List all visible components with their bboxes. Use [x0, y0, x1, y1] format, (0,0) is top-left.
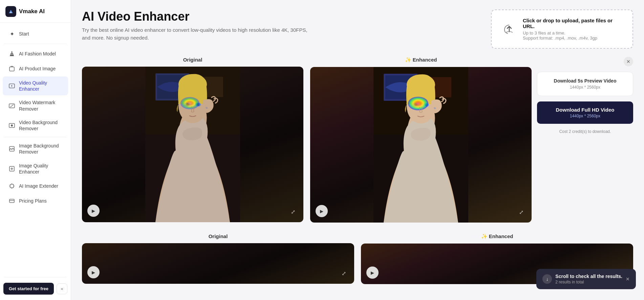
upload-zone[interactable]: Click or drop to upload, paste files or … [491, 9, 633, 49]
pricing-plans-label: Pricing Plans [19, 198, 47, 204]
scroll-toast: ↓ Scroll to check all the results. 2 res… [536, 269, 636, 289]
svg-point-17 [178, 74, 207, 94]
logo-text: Vmake AI [19, 8, 45, 15]
enhanced-video-bg [310, 67, 532, 223]
original-video-column-2: Original ▶ ⤢ [82, 233, 354, 284]
upload-format-text: Support format: .mp4, .mov, .m4v, 3gp [523, 36, 623, 41]
original-label: Original [82, 57, 303, 63]
logo-icon [5, 6, 16, 17]
sidebar-item-ai-image-extender[interactable]: AI Image Extender [3, 179, 68, 193]
play-button-3[interactable]: ▶ [366, 267, 379, 279]
svg-point-34 [408, 97, 428, 110]
download-full-dim: 1440px * 2560px [542, 114, 628, 118]
ai-image-extender-icon [8, 182, 16, 190]
download-preview-dim: 1440px * 2560px [543, 85, 627, 90]
main-content: AI Video Enhancer Try the best online AI… [71, 0, 644, 300]
toast-main-text: Scroll to check all the results. [555, 274, 622, 279]
svg-rect-0 [9, 67, 14, 71]
svg-rect-9 [9, 199, 14, 203]
sidebar-item-image-quality-enhancer[interactable]: Image Quality Enhancer [3, 159, 68, 178]
video-watermark-remover-icon [8, 102, 16, 110]
enhanced-play-button[interactable]: ▶ [316, 205, 328, 217]
sidebar-divider-1 [4, 44, 67, 44]
download-full-title: Download Full HD Video [542, 107, 628, 113]
pricing-plans-icon [8, 197, 16, 205]
toast-close-button[interactable]: ✕ [626, 276, 630, 282]
upload-sub-text: Up to 3 files at a time. [523, 30, 623, 36]
fashion-model-label: AI Fashion Model [19, 51, 56, 57]
upload-icon [501, 21, 517, 37]
enhanced-fullscreen-button[interactable]: ⤢ [516, 207, 526, 217]
fullscreen-button-2[interactable]: ⤢ [339, 268, 349, 278]
enhanced-person-svg [373, 67, 468, 223]
cost-text: Cost 2 credit(s) to download. [537, 129, 633, 134]
original-video-frame-2: ▶ ⤢ [82, 243, 354, 284]
get-started-button[interactable]: Get started for free [3, 283, 54, 295]
download-preview-title: Download 5s Preview Video [543, 78, 627, 84]
sidebar-collapse-button[interactable]: « [57, 283, 67, 294]
right-panel: ✕ Download 5s Preview Video 1440px * 256… [532, 57, 633, 223]
sidebar-item-product-image[interactable]: AI Product Image [3, 62, 68, 76]
close-button[interactable]: ✕ [624, 57, 633, 66]
page-subtitle: Try the best online AI video enhancer to… [82, 26, 312, 42]
upload-main-text: Click or drop to upload, paste files or … [523, 18, 623, 29]
video-quality-enhancer-label: Video Quality Enhancer [19, 80, 63, 92]
svg-line-3 [10, 105, 14, 107]
original-video-frame: ▶ ⤢ [82, 67, 303, 222]
sidebar-cta-row: Get started for free « [0, 279, 71, 296]
enhanced-label: ✨ Enhanced [310, 57, 532, 63]
original-video-column: Original [82, 57, 303, 223]
original-video-bg [82, 67, 303, 222]
sidebar-item-video-watermark-remover[interactable]: Video Watermark Remover [3, 96, 68, 115]
download-full-button[interactable]: Download Full HD Video 1440px * 2560px [537, 101, 633, 124]
ai-image-extender-label: AI Image Extender [19, 183, 58, 189]
original-label-2: Original [82, 233, 354, 239]
toast-arrow-icon: ↓ [542, 274, 552, 284]
fashion-model-icon [8, 50, 16, 57]
original-person-svg [145, 67, 240, 222]
toast-text: Scroll to check all the results. 2 resul… [555, 274, 622, 284]
original-fullscreen-button[interactable]: ⤢ [288, 207, 298, 217]
image-background-remover-icon [8, 145, 16, 153]
video-background-remover-icon [8, 122, 16, 129]
svg-point-22 [180, 97, 199, 109]
play-button-2[interactable]: ▶ [87, 266, 100, 278]
enhanced-label-2: ✨ Enhanced [361, 233, 633, 239]
page-header: AI Video Enhancer Try the best online AI… [82, 9, 483, 42]
sidebar-item-video-background-remover[interactable]: Video Background Remover [3, 116, 68, 135]
product-image-icon [8, 65, 16, 72]
start-icon: ✦ [8, 30, 16, 38]
svg-rect-8 [10, 184, 14, 188]
enhanced-video-column: ✨ Enhanced [310, 57, 532, 223]
toast-sub-text: 2 results in total [555, 280, 622, 284]
sidebar-divider-2 [4, 277, 67, 277]
sidebar-items: AI Fashion ModelAI Product ImageVideo Qu… [0, 46, 71, 209]
sidebar: Vmake AI ✦ Start AI Fashion ModelAI Prod… [0, 0, 71, 300]
sidebar-item-image-background-remover[interactable]: Image Background Remover [3, 139, 68, 158]
svg-point-5 [11, 124, 13, 126]
image-quality-enhancer-icon [8, 165, 16, 172]
page-title: AI Video Enhancer [82, 9, 483, 24]
logo-area: Vmake AI [0, 0, 71, 23]
enhanced-video-frame: ▶ ⤢ [310, 67, 532, 223]
video-watermark-remover-label: Video Watermark Remover [19, 99, 63, 112]
video-quality-enhancer-icon [8, 82, 16, 90]
video-background-remover-label: Video Background Remover [19, 119, 63, 132]
upload-text: Click or drop to upload, paste files or … [523, 18, 623, 41]
sidebar-item-video-quality-enhancer[interactable]: Video Quality Enhancer [3, 76, 68, 95]
sidebar-item-pricing-plans[interactable]: Pricing Plans [3, 194, 68, 208]
sidebar-item-start[interactable]: ✦ Start [3, 27, 68, 41]
original-play-button[interactable]: ▶ [87, 205, 100, 217]
sidebar-item-fashion-model[interactable]: AI Fashion Model [3, 47, 68, 61]
svg-point-29 [407, 74, 435, 95]
product-image-label: AI Product Image [19, 66, 56, 72]
image-quality-enhancer-label: Image Quality Enhancer [19, 163, 63, 175]
download-preview-box: Download 5s Preview Video 1440px * 2560p… [537, 72, 633, 96]
sidebar-divider-3 [4, 137, 67, 137]
image-background-remover-label: Image Background Remover [19, 143, 63, 155]
